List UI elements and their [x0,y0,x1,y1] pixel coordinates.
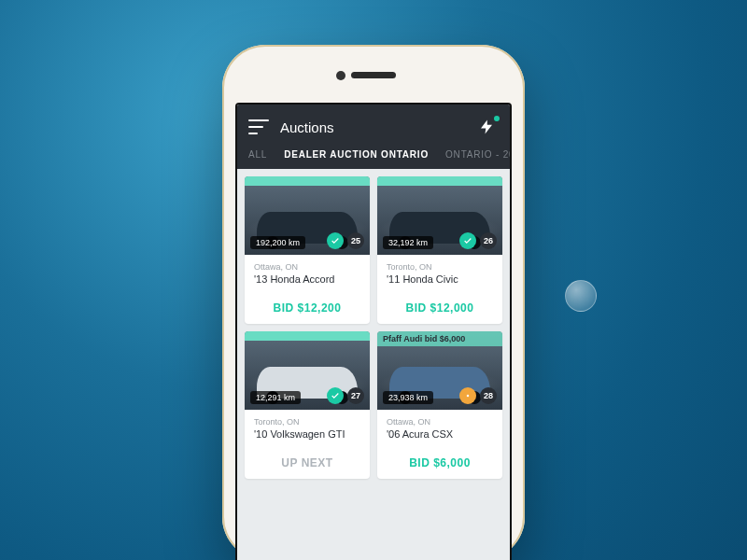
count-badge: 26 [480,232,497,249]
km-badge: 192,200 km [250,236,305,249]
listing-grid: 192,200 km 25 Ottawa, ON '13 Honda Accor… [237,169,510,486]
status-badges: 25 [327,232,364,249]
notification-dot [494,116,500,121]
app-header: Auctions [237,105,510,149]
tab-bar: ALL DEALER AUCTION ONTARIO ONTARIO - 20 [237,149,510,169]
status-badges: 26 [459,232,497,249]
km-badge: 12,291 km [250,391,301,404]
tab-dealer-ontario[interactable]: DEALER AUCTION ONTARIO [284,149,429,160]
verified-icon [459,232,476,249]
listing-thumb: Pfaff Audi bid $6,000 23,938 km 28 [377,331,502,410]
listing-thumb: 32,192 km 26 [377,176,502,255]
phone-frame: Auctions ALL DEALER AUCTION ONTARIO ONTA… [222,45,525,560]
card-accent [377,176,502,186]
listing-thumb: 12,291 km 27 [245,331,370,410]
verified-icon [327,232,344,249]
listing-location: Ottawa, ON [387,417,493,427]
status-badges: 28 [459,387,497,404]
alert-icon [459,387,476,404]
listing-card[interactable]: 192,200 km 25 Ottawa, ON '13 Honda Accor… [245,176,370,324]
verified-icon [327,387,344,404]
bid-button[interactable]: UP NEXT [245,449,370,479]
activity-icon[interactable] [478,117,499,137]
page-title: Auctions [280,119,478,135]
listing-location: Toronto, ON [254,417,360,427]
listing-title: '10 Volkswagen GTI [254,428,360,440]
listing-title: '13 Honda Accord [254,273,360,285]
listing-title: '06 Acura CSX [387,428,493,440]
listing-title: '11 Honda Civic [387,273,493,285]
km-badge: 32,192 km [383,236,433,249]
menu-icon[interactable] [248,119,269,134]
listing-card[interactable]: Pfaff Audi bid $6,000 23,938 km 28 Ottaw… [377,331,502,479]
count-badge: 28 [480,387,497,404]
app-screen: Auctions ALL DEALER AUCTION ONTARIO ONTA… [235,103,512,560]
listing-location: Ottawa, ON [254,262,360,272]
listing-card[interactable]: 12,291 km 27 Toronto, ON '10 Volkswagen … [245,331,370,479]
count-badge: 25 [347,232,364,249]
km-badge: 23,938 km [383,391,433,404]
card-accent [245,176,370,186]
listing-card[interactable]: 32,192 km 26 Toronto, ON '11 Honda Civic… [377,176,502,324]
overlay-bid-banner: Pfaff Audi bid $6,000 [377,331,502,346]
tab-all[interactable]: ALL [248,149,267,160]
count-badge: 27 [347,387,364,404]
status-badges: 27 [327,387,364,404]
svg-point-0 [467,395,470,398]
bid-button[interactable]: BID $12,200 [245,294,370,324]
wallpaper-orb [565,280,597,312]
bid-button[interactable]: BID $12,000 [377,294,502,324]
card-accent [245,331,370,341]
listing-thumb: 192,200 km 25 [245,176,370,255]
tab-ontario-20[interactable]: ONTARIO - 20 [445,149,512,160]
bid-button[interactable]: BID $6,000 [377,449,502,479]
listing-location: Toronto, ON [387,262,493,272]
